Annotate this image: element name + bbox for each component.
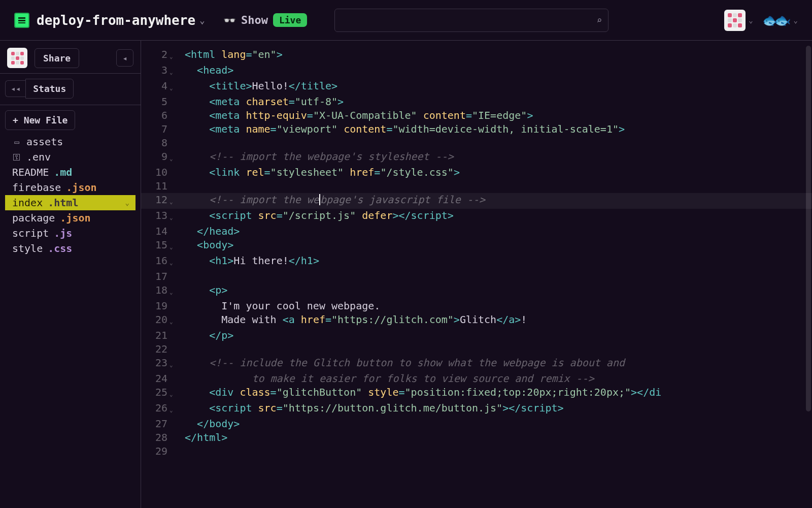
team-menu[interactable]: 🐟🐟 ⌄ (762, 13, 798, 28)
code-content[interactable] (178, 270, 812, 283)
fold-gutter[interactable]: ⌄ (170, 356, 178, 372)
project-avatar[interactable] (7, 48, 27, 68)
editor-scrollbar[interactable] (806, 46, 811, 503)
file-item[interactable]: package.json (5, 210, 136, 226)
token-tag: body (209, 418, 233, 430)
fold-gutter[interactable]: ⌄ (170, 209, 178, 225)
code-content[interactable]: </body> (178, 417, 812, 431)
code-content[interactable]: </head> (178, 225, 812, 238)
project-name-dropdown[interactable]: deploy-from-anywhere ⌄ (37, 13, 205, 28)
code-line[interactable]: 6 <meta http-equiv="X-UA-Compatible" con… (141, 109, 812, 122)
code-content[interactable] (178, 136, 812, 150)
code-line[interactable]: 29 (141, 444, 812, 458)
code-line[interactable]: 2⌄<html lang="en"> (141, 48, 812, 64)
code-line[interactable]: 16⌄ <h1>Hi there!</h1> (141, 254, 812, 270)
code-line[interactable]: 27 </body> (141, 417, 812, 431)
search-input[interactable] (341, 15, 596, 25)
token-txt (252, 209, 258, 221)
show-button[interactable]: Show (241, 14, 268, 26)
line-number: 5 (141, 95, 170, 109)
code-line[interactable]: 20⌄ Made with <a href="https://glitch.co… (141, 313, 812, 329)
code-line[interactable]: 3⌄ <head> (141, 64, 812, 79)
file-item[interactable]: index.html⌄ (5, 195, 136, 210)
code-line[interactable]: 12⌄ <!-- import the webpage's javascript… (141, 193, 812, 209)
code-content[interactable]: </p> (178, 329, 812, 342)
status-button[interactable]: Status (25, 79, 74, 99)
fold-gutter[interactable]: ⌄ (170, 401, 178, 417)
code-line[interactable]: 8 (141, 136, 812, 150)
code-line[interactable]: 19 I'm your cool new webpage. (141, 299, 812, 313)
code-content[interactable]: <meta http-equiv="X-UA-Compatible" conte… (178, 109, 812, 122)
code-line[interactable]: 10 <link rel="stylesheet" href="/style.c… (141, 166, 812, 179)
search-box[interactable]: ⌕ (334, 9, 608, 32)
code-content[interactable]: to make it easier for folks to view sour… (178, 372, 812, 386)
code-line[interactable]: 4⌄ <title>Hello!</title> (141, 79, 812, 95)
code-line[interactable]: 5 <meta charset="utf-8"> (141, 95, 812, 109)
fold-gutter[interactable]: ⌄ (170, 79, 178, 95)
code-content[interactable]: <p> (178, 283, 812, 299)
code-content[interactable] (178, 342, 812, 356)
code-line[interactable]: 24 to make it easier for folks to view s… (141, 372, 812, 386)
code-line[interactable]: 14 </head> (141, 225, 812, 238)
file-item[interactable]: ⚿.env (5, 149, 136, 165)
token-tag: meta (215, 109, 240, 121)
new-file-button[interactable]: + New File (5, 110, 75, 130)
code-content[interactable] (178, 444, 812, 458)
fold-gutter[interactable]: ⌄ (170, 150, 178, 166)
code-content[interactable]: <title>Hello!</title> (178, 79, 812, 95)
file-item[interactable]: style.css (5, 241, 136, 256)
code-content[interactable]: </html> (178, 431, 812, 444)
glitch-logo[interactable] (14, 13, 29, 28)
code-line[interactable]: 11 (141, 179, 812, 193)
code-line[interactable]: 21 </p> (141, 329, 812, 342)
fold-gutter[interactable]: ⌄ (170, 283, 178, 299)
collapse-sidebar-button[interactable]: ◂ (116, 49, 133, 67)
fold-gutter[interactable]: ⌄ (170, 48, 178, 64)
code-content[interactable]: <!-- include the Glitch button to show w… (178, 356, 812, 372)
code-content[interactable] (178, 179, 812, 193)
code-content[interactable]: I'm your cool new webpage. (178, 299, 812, 313)
code-line[interactable]: 9⌄ <!-- import the webpage's stylesheet … (141, 150, 812, 166)
code-editor[interactable]: 2⌄<html lang="en">3⌄ <head>4⌄ <title>Hel… (141, 41, 812, 508)
fold-gutter[interactable]: ⌄ (170, 238, 178, 254)
code-line[interactable]: 17 (141, 270, 812, 283)
code-content[interactable]: <body> (178, 238, 812, 254)
file-item[interactable]: firebase.json (5, 180, 136, 195)
code-line[interactable]: 15⌄ <body> (141, 238, 812, 254)
fold-gutter[interactable]: ⌄ (170, 313, 178, 329)
code-line[interactable]: 28</html> (141, 431, 812, 444)
code-content[interactable]: <meta charset="utf-8"> (178, 95, 812, 109)
fold-gutter[interactable]: ⌄ (170, 193, 178, 209)
user-menu[interactable]: ⌄ (724, 10, 753, 31)
code-content[interactable]: <script src="https://button.glitch.me/bu… (178, 401, 812, 417)
token-txt: Hi there! (233, 255, 288, 267)
code-content[interactable]: <link rel="stylesheet" href="/style.css"… (178, 166, 812, 179)
code-content[interactable]: <meta name="viewport" content="width=dev… (178, 122, 812, 136)
scrollbar-thumb[interactable] (806, 46, 811, 411)
share-button[interactable]: Share (35, 48, 79, 68)
rewind-button[interactable]: ◂◂ (5, 80, 25, 97)
code-content[interactable]: <script src="/script.js" defer></script> (178, 209, 812, 225)
code-content[interactable]: <div class="glitchButton" style="positio… (178, 386, 812, 401)
code-content[interactable]: <!-- import the webpage's javascript fil… (178, 193, 812, 209)
live-badge[interactable]: Live (273, 13, 307, 27)
code-line[interactable]: 26⌄ <script src="https://button.glitch.m… (141, 401, 812, 417)
code-line[interactable]: 7 <meta name="viewport" content="width=d… (141, 122, 812, 136)
fold-gutter[interactable]: ⌄ (170, 64, 178, 79)
code-line[interactable]: 18⌄ <p> (141, 283, 812, 299)
file-item[interactable]: ▭assets (5, 134, 136, 149)
code-content[interactable]: <!-- import the webpage's stylesheet --> (178, 150, 812, 166)
file-item[interactable]: script.js (5, 226, 136, 241)
code-line[interactable]: 22 (141, 342, 812, 356)
code-line[interactable]: 23⌄ <!-- include the Glitch button to sh… (141, 356, 812, 372)
fold-gutter[interactable]: ⌄ (170, 386, 178, 401)
file-item[interactable]: README.md (5, 165, 136, 180)
code-content[interactable]: <html lang="en"> (178, 48, 812, 64)
token-punc: = (277, 209, 283, 221)
code-content[interactable]: <h1>Hi there!</h1> (178, 254, 812, 270)
code-line[interactable]: 25⌄ <div class="glitchButton" style="pos… (141, 386, 812, 401)
code-line[interactable]: 13⌄ <script src="/script.js" defer></scr… (141, 209, 812, 225)
code-content[interactable]: <head> (178, 64, 812, 79)
fold-gutter[interactable]: ⌄ (170, 254, 178, 270)
code-content[interactable]: Made with <a href="https://glitch.com">G… (178, 313, 812, 329)
